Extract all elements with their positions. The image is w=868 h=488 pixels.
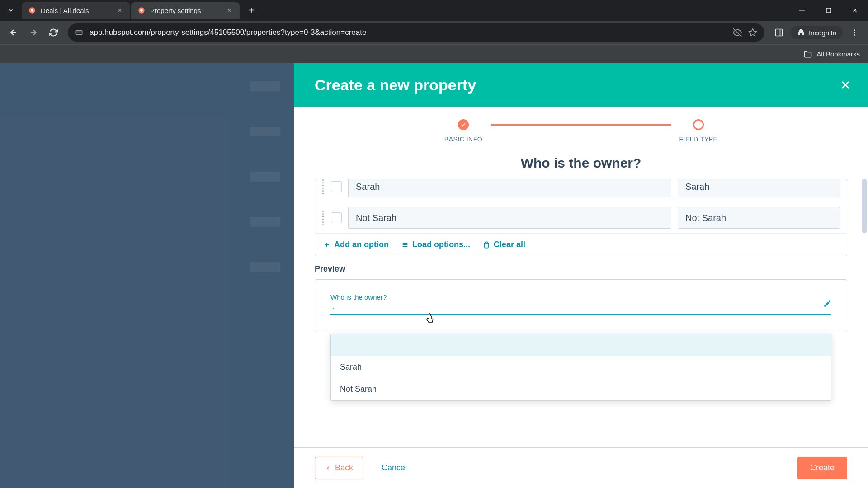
dropdown-item-blank[interactable] <box>331 334 831 356</box>
nav-reload-button[interactable] <box>45 24 61 41</box>
step-connector <box>491 124 671 126</box>
close-tab-icon[interactable] <box>225 6 233 14</box>
folder-icon <box>804 50 812 58</box>
step-field-type-circle[interactable] <box>693 119 704 130</box>
add-option-button[interactable]: Add an option <box>323 240 389 249</box>
svg-rect-9 <box>776 29 783 36</box>
step-label: FIELD TYPE <box>679 136 718 143</box>
svg-rect-6 <box>76 31 82 35</box>
preview-dropdown-list: Sarah Not Sarah <box>330 334 831 401</box>
options-table: Add an option Load options... Clear all <box>315 179 847 256</box>
svg-rect-4 <box>799 10 805 11</box>
nav-forward-button <box>25 24 42 41</box>
preview-box: Who is the owner? Sarah Not Sarah <box>315 279 847 332</box>
edit-icon[interactable] <box>823 300 831 308</box>
chevron-left-icon <box>325 465 331 471</box>
window-minimize[interactable] <box>789 0 816 21</box>
new-tab-button[interactable]: + <box>244 3 259 18</box>
clear-all-label: Clear all <box>494 240 525 249</box>
option-internal-value-input[interactable] <box>678 207 840 229</box>
scrollbar-thumb[interactable] <box>862 179 867 233</box>
site-settings-icon[interactable] <box>75 28 83 37</box>
close-tab-icon[interactable] <box>116 6 124 14</box>
background-element <box>250 81 280 91</box>
load-options-label: Load options... <box>412 240 470 249</box>
option-label-input[interactable] <box>348 207 671 229</box>
tab-title: Property settings <box>150 7 221 14</box>
cancel-label: Cancel <box>382 463 407 473</box>
dropdown-item[interactable]: Not Sarah <box>331 378 831 400</box>
background-element <box>250 127 280 136</box>
create-label: Create <box>810 463 835 473</box>
dropdown-item[interactable]: Sarah <box>331 356 831 378</box>
option-label-input[interactable] <box>348 179 671 197</box>
create-button[interactable]: Create <box>797 457 847 479</box>
bookmark-star-icon[interactable] <box>748 28 757 37</box>
browser-tab-deals[interactable]: Deals | All deals <box>22 2 130 19</box>
window-maximize[interactable] <box>816 0 842 21</box>
window-close[interactable] <box>842 0 868 21</box>
incognito-badge[interactable]: Incognito <box>791 26 843 39</box>
close-panel-button[interactable] <box>835 75 855 95</box>
background-element <box>250 172 280 182</box>
add-option-label: Add an option <box>334 240 389 249</box>
caret-down-icon <box>330 305 336 311</box>
load-options-button[interactable]: Load options... <box>401 240 470 249</box>
background-element <box>250 262 280 272</box>
preview-select[interactable] <box>330 303 831 315</box>
back-label: Back <box>335 463 353 473</box>
clear-all-button[interactable]: Clear all <box>483 240 525 249</box>
option-row <box>315 202 847 234</box>
create-property-panel: Create a new property BASIC INFO FIELD T… <box>294 63 868 488</box>
option-checkbox[interactable] <box>331 181 342 192</box>
svg-point-12 <box>854 32 855 33</box>
drag-handle-icon[interactable] <box>321 179 325 194</box>
side-panel-button[interactable] <box>771 24 787 41</box>
svg-point-3 <box>140 9 142 11</box>
url-text: app.hubspot.com/property-settings/451055… <box>90 28 727 37</box>
nav-back-button[interactable] <box>5 24 22 41</box>
svg-rect-5 <box>826 8 831 13</box>
address-bar[interactable]: app.hubspot.com/property-settings/451055… <box>68 23 764 42</box>
svg-point-13 <box>854 34 855 36</box>
background-element <box>250 217 280 227</box>
stepper: BASIC INFO FIELD TYPE <box>294 107 868 149</box>
browser-tab-property-settings[interactable]: Property settings <box>131 2 240 19</box>
plus-icon <box>323 241 330 249</box>
hubspot-favicon <box>28 6 36 14</box>
all-bookmarks-link[interactable]: All Bookmarks <box>816 50 860 58</box>
eye-off-icon[interactable] <box>733 28 742 37</box>
step-label: BASIC INFO <box>444 136 482 143</box>
svg-marker-8 <box>749 29 757 36</box>
option-internal-value-input[interactable] <box>678 179 840 197</box>
drag-handle-icon[interactable] <box>321 211 325 225</box>
option-checkbox[interactable] <box>331 212 342 223</box>
cancel-button[interactable]: Cancel <box>372 457 417 479</box>
preview-section-label: Preview <box>315 264 847 274</box>
incognito-label: Incognito <box>809 29 836 37</box>
tab-search-button[interactable] <box>4 3 18 18</box>
back-button[interactable]: Back <box>315 457 363 479</box>
list-icon <box>401 241 409 249</box>
incognito-icon <box>797 28 805 37</box>
panel-title: Create a new property <box>315 76 476 94</box>
svg-point-1 <box>31 9 33 11</box>
property-name: Who is the owner? <box>294 155 868 171</box>
step-basic-info-circle[interactable] <box>458 119 469 130</box>
svg-point-11 <box>854 29 855 31</box>
option-row <box>315 179 847 202</box>
preview-field-label: Who is the owner? <box>330 293 831 301</box>
hubspot-favicon <box>137 6 146 14</box>
browser-menu-button[interactable] <box>846 24 863 41</box>
trash-icon <box>483 241 490 249</box>
tab-title: Deals | All deals <box>41 7 111 14</box>
